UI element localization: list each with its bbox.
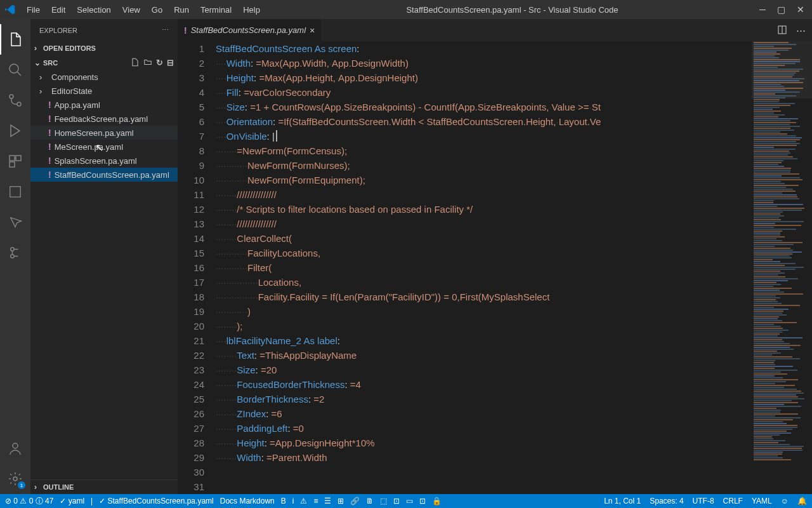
warning-icon[interactable]: ⚠: [300, 497, 307, 505]
activity-bar: 1: [0, 19, 30, 494]
menu-terminal[interactable]: Terminal: [195, 3, 237, 17]
bell-icon[interactable]: 🔔: [797, 497, 807, 505]
svg-point-9: [13, 443, 18, 448]
sb-b[interactable]: B: [281, 497, 286, 505]
tab-label: StaffBedCountsScreen.pa.yaml: [191, 25, 306, 35]
tree-item[interactable]: !FeedbackScreen.pa.yaml: [30, 112, 178, 126]
account-icon[interactable]: [0, 433, 30, 464]
tree-label: HomeScreen.pa.yaml: [55, 128, 134, 138]
sb-problems[interactable]: ⊘ 0 ⚠ 0 ⓘ 47: [5, 496, 53, 507]
menu-go[interactable]: Go: [147, 3, 167, 17]
explorer-icon[interactable]: [0, 24, 30, 55]
svg-point-8: [11, 255, 15, 258]
ic6[interactable]: ⬚: [380, 497, 387, 505]
menu-bar: FileEditSelectionViewGoRunTerminalHelp: [22, 3, 265, 17]
menu-selection[interactable]: Selection: [72, 3, 115, 17]
ic3[interactable]: ⊞: [337, 497, 344, 505]
yaml-icon: !: [48, 100, 51, 110]
ic9[interactable]: ⊡: [419, 497, 426, 505]
vscode-icon: [5, 4, 15, 15]
window-title: StaffBedCountsScreen.pa.yaml - Src - Vis…: [265, 5, 759, 15]
tab-close-icon[interactable]: ×: [310, 25, 315, 36]
panel-icon-1[interactable]: [0, 177, 30, 207]
tree-label: EditorState: [51, 86, 92, 96]
svg-point-2: [17, 102, 21, 106]
source-control-icon[interactable]: [0, 85, 30, 116]
ic4[interactable]: 🔗: [350, 497, 360, 505]
tree-label: MeScreen.pa.yaml: [55, 142, 123, 152]
yaml-icon: !: [48, 142, 51, 152]
svg-point-0: [10, 64, 18, 73]
sb-filetype[interactable]: YAML: [752, 497, 772, 505]
tree-label: App.pa.yaml: [55, 100, 100, 110]
svg-rect-3: [10, 156, 15, 161]
tree-item[interactable]: !App.pa.yaml: [30, 98, 178, 112]
svg-rect-5: [10, 162, 15, 167]
ic5[interactable]: 🗎: [366, 497, 374, 505]
tree-item[interactable]: !SplashScreen.pa.yaml: [30, 154, 178, 168]
lock-icon[interactable]: 🔒: [432, 497, 442, 505]
ic1[interactable]: ≡: [313, 497, 318, 505]
panel-icon-2[interactable]: [0, 207, 30, 237]
workspace-header[interactable]: ⌄SRC ↻ ⊟: [30, 55, 178, 70]
split-icon[interactable]: [777, 25, 787, 36]
run-icon[interactable]: [0, 116, 30, 146]
menu-help[interactable]: Help: [238, 3, 265, 17]
sb-file[interactable]: ✓ StaffBedCountsScreen.pa.yaml: [99, 497, 214, 505]
tree-item[interactable]: EditorState: [30, 84, 178, 98]
tree-label: SplashScreen.pa.yaml: [55, 156, 137, 166]
yaml-icon: !: [48, 114, 51, 124]
tree-item[interactable]: !HomeScreen.pa.yaml: [30, 126, 178, 140]
tree-label: Components: [51, 72, 98, 82]
sidebar-title: EXPLORER: [39, 27, 77, 34]
outline-header[interactable]: ›OUTLINE: [30, 479, 178, 494]
svg-point-7: [11, 248, 15, 251]
sb-mode[interactable]: Docs Markdown: [220, 497, 275, 505]
menu-file[interactable]: File: [22, 3, 45, 17]
svg-point-1: [10, 95, 13, 98]
sb-encoding[interactable]: UTF-8: [693, 497, 714, 505]
more-actions-icon[interactable]: ⋯: [796, 25, 806, 36]
ic8[interactable]: ▭: [406, 497, 413, 505]
minimap[interactable]: [751, 41, 812, 494]
refresh-icon[interactable]: ↻: [156, 58, 163, 67]
tabs: ! StaffBedCountsScreen.pa.yaml × ⋯: [178, 19, 812, 41]
minimize-icon[interactable]: ─: [759, 4, 766, 15]
sb-spaces[interactable]: Spaces: 4: [650, 497, 683, 505]
tree-item[interactable]: !MeScreen.pa.yaml: [30, 140, 178, 154]
tree-item[interactable]: !StaffBedCountsScreen.pa.yaml: [30, 168, 178, 182]
editor: ! StaffBedCountsScreen.pa.yaml × ⋯ 12345…: [178, 19, 812, 494]
tree-label: StaffBedCountsScreen.pa.yaml: [55, 170, 169, 180]
close-icon[interactable]: ✕: [797, 4, 804, 15]
sb-cursor[interactable]: Ln 1, Col 1: [604, 497, 641, 505]
yaml-icon: !: [184, 25, 187, 36]
feedback-icon[interactable]: ☺: [781, 497, 789, 505]
ic2[interactable]: ☰: [324, 497, 331, 505]
svg-rect-6: [10, 187, 21, 197]
new-folder-icon[interactable]: [143, 58, 152, 67]
menu-run[interactable]: Run: [169, 3, 194, 17]
more-icon[interactable]: ⋯: [162, 26, 169, 34]
titlebar: FileEditSelectionViewGoRunTerminalHelp S…: [0, 0, 812, 19]
sb-i[interactable]: i: [292, 497, 294, 505]
extensions-icon[interactable]: [0, 146, 30, 177]
file-tree: ComponentsEditorState!App.pa.yaml!Feedba…: [30, 70, 178, 182]
menu-edit[interactable]: Edit: [46, 3, 70, 17]
yaml-icon: !: [48, 128, 51, 138]
svg-point-10: [13, 477, 17, 481]
collapse-icon[interactable]: ⊟: [167, 58, 174, 67]
code-content[interactable]: StaffBedCountsScreen As screen:····Width…: [216, 41, 751, 494]
sb-lang[interactable]: ✓ yaml: [60, 497, 84, 505]
tree-item[interactable]: Components: [30, 70, 178, 84]
yaml-icon: !: [48, 170, 51, 180]
sb-eol[interactable]: CRLF: [723, 497, 743, 505]
tab-active[interactable]: ! StaffBedCountsScreen.pa.yaml ×: [178, 19, 322, 41]
maximize-icon[interactable]: ▢: [777, 4, 785, 15]
open-editors-header[interactable]: ›OPEN EDITORS: [30, 41, 178, 55]
panel-icon-3[interactable]: [0, 237, 30, 268]
settings-icon[interactable]: 1: [0, 464, 30, 494]
search-icon[interactable]: [0, 55, 30, 85]
menu-view[interactable]: View: [117, 3, 145, 17]
new-file-icon[interactable]: [131, 58, 140, 67]
ic7[interactable]: ⊡: [393, 497, 400, 505]
